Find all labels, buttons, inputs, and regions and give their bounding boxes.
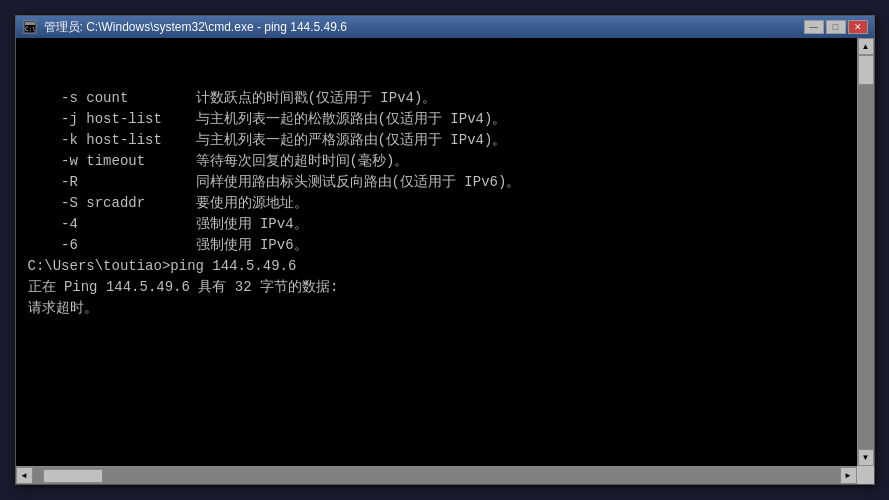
terminal-line-line8: -6 强制使用 IPv6。 — [28, 235, 862, 256]
terminal-line-line4: -w timeout 等待每次回复的超时时间(毫秒)。 — [28, 151, 862, 172]
svg-text:C:\: C:\ — [25, 25, 36, 32]
terminal-line-line2: -j host-list 与主机列表一起的松散源路由(仅适用于 IPv4)。 — [28, 109, 862, 130]
terminal-line-line14: 请求超时。 — [28, 298, 862, 319]
terminal-line-line11: C:\Users\toutiao>ping 144.5.49.6 — [28, 256, 862, 277]
terminal-line-line13: 正在 Ping 144.5.49.6 具有 32 字节的数据: — [28, 277, 862, 298]
cmd-window: C:\ 管理员: C:\Windows\system32\cmd.exe - p… — [15, 15, 875, 485]
scroll-down-arrow[interactable]: ▼ — [858, 449, 874, 466]
scroll-left-arrow[interactable]: ◄ — [16, 467, 33, 484]
scrollbar-corner — [857, 466, 874, 484]
minimize-button[interactable]: — — [804, 20, 824, 34]
maximize-button[interactable]: □ — [826, 20, 846, 34]
window-controls: — □ ✕ — [804, 20, 868, 34]
terminal-content: -s count 计数跃点的时间戳(仅适用于 IPv4)。 -j host-li… — [28, 46, 862, 319]
window-icon: C:\ — [22, 19, 38, 35]
scroll-right-arrow[interactable]: ► — [840, 467, 857, 484]
horizontal-scrollbar[interactable]: ◄ ► — [16, 466, 857, 484]
terminal-line-line7: -4 强制使用 IPv4。 — [28, 214, 862, 235]
terminal-body[interactable]: -s count 计数跃点的时间戳(仅适用于 IPv4)。 -j host-li… — [16, 38, 874, 484]
terminal-line-line3: -k host-list 与主机列表一起的严格源路由(仅适用于 IPv4)。 — [28, 130, 862, 151]
terminal-line-line1: -s count 计数跃点的时间戳(仅适用于 IPv4)。 — [28, 88, 862, 109]
scroll-thumb[interactable] — [858, 55, 874, 85]
window-title: 管理员: C:\Windows\system32\cmd.exe - ping … — [44, 19, 804, 36]
terminal-line-line6: -S srcaddr 要使用的源地址。 — [28, 193, 862, 214]
scroll-up-arrow[interactable]: ▲ — [858, 38, 874, 55]
terminal-line-line5: -R 同样使用路由标头测试反向路由(仅适用于 IPv6)。 — [28, 172, 862, 193]
title-bar: C:\ 管理员: C:\Windows\system32\cmd.exe - p… — [16, 16, 874, 38]
scroll-h-thumb[interactable] — [43, 469, 103, 483]
scroll-track[interactable] — [858, 55, 874, 449]
close-button[interactable]: ✕ — [848, 20, 868, 34]
vertical-scrollbar[interactable]: ▲ ▼ — [857, 38, 874, 466]
scroll-h-track[interactable] — [33, 467, 840, 484]
